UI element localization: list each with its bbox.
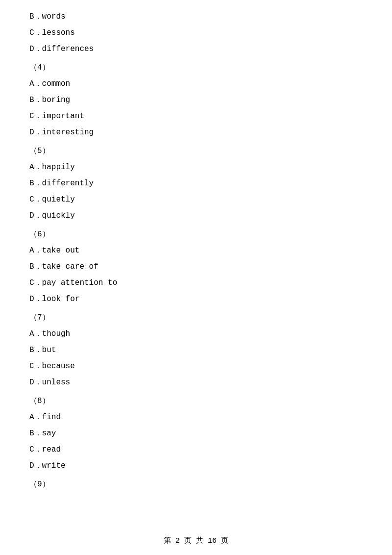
line-c-lessons: C．lessons bbox=[29, 26, 363, 40]
line-b5-differently: B．differently bbox=[29, 177, 363, 191]
line-b8-say: B．say bbox=[29, 427, 363, 441]
line-d-differences: D．differences bbox=[29, 42, 363, 56]
line-c8-read: C．read bbox=[29, 443, 363, 457]
line-a4-common: A．common bbox=[29, 77, 363, 91]
line-b6-take-care: B．take care of bbox=[29, 260, 363, 274]
line-b7-but: B．but bbox=[29, 343, 363, 357]
line-c6-pay-attention: C．pay attention to bbox=[29, 276, 363, 290]
main-content: B．words C．lessons D．differences （4） A．co… bbox=[0, 0, 392, 523]
line-d8-write: D．write bbox=[29, 459, 363, 473]
line-a8-find: A．find bbox=[29, 410, 363, 425]
question-7-label: （7） bbox=[29, 311, 363, 325]
line-c4-important: C．important bbox=[29, 109, 363, 124]
page-footer: 第 2 页 共 16 页 bbox=[0, 536, 392, 545]
line-d6-look-for: D．look for bbox=[29, 292, 363, 306]
line-d7-unless: D．unless bbox=[29, 376, 363, 390]
line-a7-though: A．though bbox=[29, 327, 363, 341]
line-d5-quickly: D．quickly bbox=[29, 209, 363, 223]
line-a5-happily: A．happily bbox=[29, 160, 363, 175]
line-c5-quietly: C．quietly bbox=[29, 193, 363, 207]
line-b4-boring: B．boring bbox=[29, 93, 363, 107]
question-9-label: （9） bbox=[29, 478, 363, 492]
question-4-label: （4） bbox=[29, 61, 363, 75]
question-6-label: （6） bbox=[29, 227, 363, 242]
question-5-label: （5） bbox=[29, 144, 363, 158]
line-a6-take-out: A．take out bbox=[29, 244, 363, 258]
line-b-words: B．words bbox=[29, 10, 363, 24]
line-c7-because: C．because bbox=[29, 359, 363, 374]
line-d4-interesting: D．interesting bbox=[29, 126, 363, 140]
question-8-label: （8） bbox=[29, 394, 363, 408]
